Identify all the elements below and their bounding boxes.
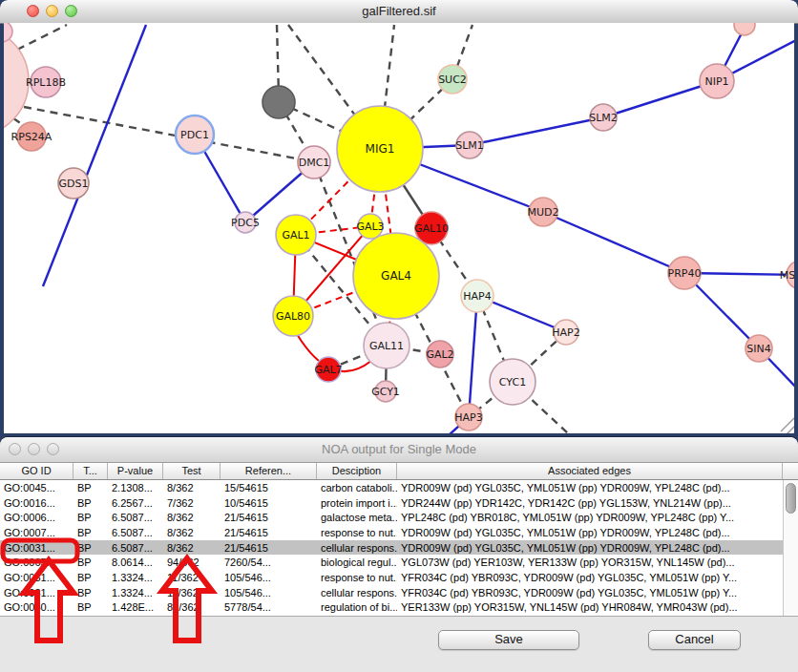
table-row[interactable]: GO:0050...BP1.428E...80/3625778/54...reg… bbox=[0, 600, 783, 616]
node-unlabeled[interactable] bbox=[262, 86, 295, 118]
cell[interactable]: YDR009W (pd) YGL035C, YML051W (pp) YDR00… bbox=[397, 542, 783, 554]
cell[interactable]: 2.1308... bbox=[108, 482, 163, 494]
cell[interactable]: 8.0614... bbox=[108, 556, 163, 568]
cell[interactable]: YDR009W (pd) YGL035C, YML051W (pp) YDR00… bbox=[397, 482, 783, 494]
cell[interactable]: regulation of bi... bbox=[317, 601, 397, 613]
cell[interactable]: 105/546... bbox=[220, 572, 317, 583]
node-unlabeled[interactable] bbox=[4, 23, 12, 42]
cell[interactable]: BP bbox=[74, 497, 108, 509]
scrollbar-thumb[interactable] bbox=[786, 483, 796, 514]
cell[interactable]: BP bbox=[74, 572, 108, 583]
save-button[interactable]: Save bbox=[438, 630, 579, 650]
cell[interactable]: YDR009W (pd) YGL035C, YML051W (pp) YDR00… bbox=[397, 527, 783, 538]
column-header-p-value[interactable]: P-value bbox=[108, 463, 163, 479]
cell[interactable]: 80/362 bbox=[163, 601, 220, 613]
cell[interactable]: response to nut... bbox=[317, 527, 397, 538]
cell[interactable]: YFR034C (pd) YBR093C, YDR009W (pd) YGL03… bbox=[397, 572, 783, 583]
cell[interactable]: 7/362 bbox=[163, 497, 220, 509]
cell[interactable]: 8/362 bbox=[163, 512, 220, 523]
cell[interactable]: 105/546... bbox=[220, 587, 317, 598]
cell[interactable]: 6.5087... bbox=[108, 527, 163, 538]
cell[interactable]: BP bbox=[74, 527, 108, 538]
cell[interactable]: 11/362 bbox=[163, 572, 220, 583]
column-header-associated-edges[interactable]: Associated edges bbox=[397, 463, 783, 479]
column-header-test[interactable]: Test bbox=[163, 463, 220, 479]
cell[interactable]: GO:0045... bbox=[0, 482, 74, 494]
cell[interactable]: 1.3324... bbox=[108, 587, 163, 598]
cell[interactable]: BP bbox=[74, 587, 108, 598]
cell[interactable]: 21/54615 bbox=[220, 512, 317, 523]
cell[interactable]: YER133W (pp) YOR315W, YNL145W (pd) YHR08… bbox=[397, 601, 783, 613]
cell[interactable]: 1.428E... bbox=[108, 601, 163, 613]
cell[interactable]: YDR244W (pp) YDR142C, YDR142C (pp) YGL15… bbox=[397, 497, 783, 509]
cell[interactable]: GO:0006... bbox=[0, 512, 74, 523]
cell[interactable]: 10/54615 bbox=[220, 497, 317, 509]
table-row[interactable]: GO:0016...BP6.2567...7/36210/54615protei… bbox=[0, 495, 783, 511]
table-row[interactable]: GO:0065...BP8.0614...94/3627260/54...bio… bbox=[0, 555, 783, 570]
cell[interactable]: cellular respons... bbox=[317, 542, 397, 554]
cell[interactable]: YGL073W (pd) YER103W, YER133W (pp) YOR31… bbox=[397, 556, 783, 568]
node-label-gal3: GAL3 bbox=[356, 220, 384, 233]
cell[interactable]: 6.5087... bbox=[108, 512, 163, 523]
cell[interactable]: 94/362 bbox=[163, 556, 220, 568]
cell[interactable]: 8/362 bbox=[163, 527, 220, 538]
cell[interactable]: GO:0031... bbox=[0, 542, 74, 554]
column-header-t-[interactable]: T... bbox=[74, 463, 108, 479]
cell[interactable]: GO:0016... bbox=[0, 497, 74, 509]
column-header-go-id[interactable]: GO ID bbox=[0, 463, 74, 479]
cell[interactable]: 8/362 bbox=[163, 542, 220, 554]
edge-blue[interactable] bbox=[543, 212, 684, 273]
column-header-desciption[interactable]: Desciption bbox=[317, 463, 397, 479]
cell[interactable]: 21/54615 bbox=[220, 542, 317, 554]
edge-blue[interactable] bbox=[43, 25, 146, 286]
vertical-scrollbar[interactable] bbox=[783, 480, 798, 616]
table-row[interactable]: GO:0031...BP6.5087...8/36221/54615cellul… bbox=[0, 540, 783, 556]
table-row[interactable]: GO:0031...BP1.3324...11/362105/546...res… bbox=[0, 570, 783, 585]
edge-blue[interactable] bbox=[469, 296, 477, 417]
resize-grip[interactable] bbox=[792, 430, 794, 433]
cell[interactable]: BP bbox=[74, 482, 108, 494]
table-row[interactable]: GO:0007...BP6.5087...8/36221/54615respon… bbox=[0, 525, 783, 540]
cell[interactable]: galactose meta... bbox=[317, 512, 397, 523]
cell[interactable]: BP bbox=[74, 601, 108, 613]
node-label-rps24a: RPS24A bbox=[11, 131, 52, 143]
network-canvas[interactable]: RPL18BRPS24AGDS1PDC1DMC1MIG1SUC2SLM1SLM2… bbox=[4, 23, 794, 433]
cell[interactable]: BP bbox=[74, 542, 108, 554]
cell[interactable]: YFR034C (pd) YBR093C, YDR009W (pd) YGL03… bbox=[397, 587, 783, 598]
cell[interactable]: 6.2567... bbox=[108, 497, 163, 509]
cell[interactable]: protein import i... bbox=[317, 497, 397, 509]
cell[interactable]: 6.5087... bbox=[108, 542, 163, 554]
cell[interactable]: 15/54615 bbox=[220, 482, 317, 494]
cell[interactable]: cellular respons... bbox=[317, 587, 397, 598]
cancel-button[interactable]: Cancel bbox=[648, 630, 741, 650]
cell[interactable]: response to nut... bbox=[317, 572, 397, 583]
cell[interactable]: GO:0050... bbox=[0, 601, 74, 613]
cell[interactable]: 7260/54... bbox=[220, 556, 317, 568]
cell[interactable]: GO:0031... bbox=[0, 572, 74, 583]
cell[interactable]: 1.3324... bbox=[108, 572, 163, 583]
cell[interactable]: GO:0007... bbox=[0, 527, 74, 538]
cell[interactable]: GO:0065... bbox=[0, 556, 74, 568]
cell[interactable]: YPL248C (pd) YBR018C, YML051W (pp) YDR00… bbox=[397, 512, 783, 523]
column-header-referen-[interactable]: Referen... bbox=[220, 463, 317, 479]
cell[interactable]: 8/362 bbox=[163, 482, 220, 494]
cell[interactable]: 11/362 bbox=[163, 587, 220, 598]
node-unlabeled[interactable] bbox=[734, 23, 755, 35]
cell[interactable]: 21/54615 bbox=[220, 527, 317, 538]
network-graph[interactable]: RPL18BRPS24AGDS1PDC1DMC1MIG1SUC2SLM1SLM2… bbox=[4, 23, 794, 433]
cell[interactable]: biological regul... bbox=[317, 556, 397, 568]
cell[interactable]: 5778/54... bbox=[220, 601, 317, 613]
cell[interactable]: BP bbox=[74, 556, 108, 568]
edge-dashed[interactable] bbox=[17, 25, 67, 50]
table-row[interactable]: GO:0045...BP2.1308...8/36215/54615carbon… bbox=[0, 480, 783, 495]
edge-dashed[interactable] bbox=[277, 25, 279, 95]
edge-blue[interactable] bbox=[470, 117, 603, 145]
table-row[interactable]: GO:0006...BP6.5087...8/36221/54615galact… bbox=[0, 510, 783, 525]
table-row[interactable]: GO:0031...BP1.3324...11/362105/546...cel… bbox=[0, 585, 783, 600]
network-window-titlebar[interactable]: galFiltered.sif bbox=[0, 0, 798, 24]
cell[interactable]: GO:0031... bbox=[0, 587, 74, 598]
cell[interactable]: carbon cataboli... bbox=[317, 482, 397, 494]
noa-window-titlebar[interactable]: NOA output for Single Mode bbox=[0, 437, 798, 463]
node-label-gal2: GAL2 bbox=[426, 348, 453, 361]
cell[interactable]: BP bbox=[74, 512, 108, 523]
